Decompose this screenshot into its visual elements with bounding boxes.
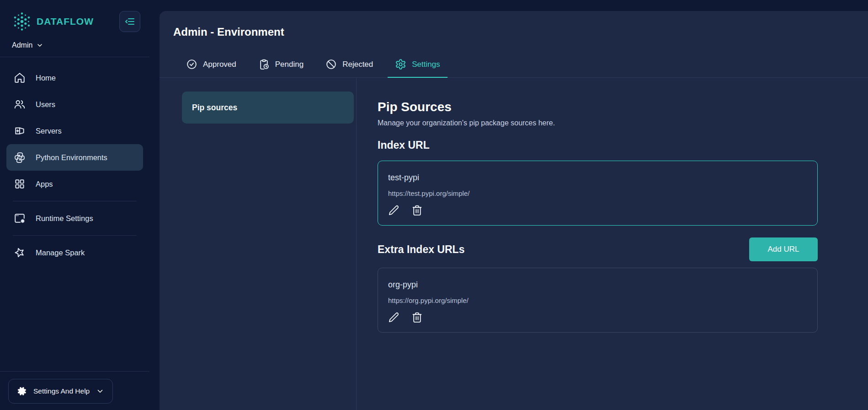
- ban-icon: [325, 59, 337, 70]
- users-icon: [14, 98, 26, 110]
- chevron-down-icon: [36, 42, 43, 49]
- sidebar-item-runtime-settings[interactable]: Runtime Settings: [6, 205, 143, 232]
- tab-pending[interactable]: Pending: [251, 52, 311, 78]
- panel-subtitle: Manage your organization's pip package s…: [378, 119, 818, 127]
- spark-star-icon: [14, 247, 26, 259]
- runtime-settings-icon: [14, 212, 26, 224]
- brand: DATAFLOW: [12, 11, 94, 32]
- nav-divider: [13, 235, 137, 236]
- delete-source-button[interactable]: [411, 312, 423, 323]
- source-url: https://test.pypi.org/simple/: [388, 189, 807, 197]
- panel-title: Pip Sources: [378, 100, 818, 114]
- menu-fold-icon: [124, 16, 135, 27]
- source-url: https://org.pypi.org/simple/: [388, 297, 807, 304]
- workspace-selector[interactable]: Admin: [12, 41, 140, 49]
- source-actions: [388, 312, 807, 323]
- tab-label: Pending: [275, 60, 304, 69]
- extra-index-heading: Extra Index URLs: [378, 243, 464, 256]
- tab-rejected[interactable]: Rejected: [318, 52, 380, 78]
- brand-name: DATAFLOW: [37, 16, 94, 27]
- gear-icon: [17, 386, 27, 396]
- sidebar-footer: Settings And Help: [0, 371, 149, 410]
- chevron-down-icon: [96, 387, 104, 395]
- sidebar-item-servers[interactable]: Servers: [6, 118, 143, 144]
- extra-url-card: org-pypi https://org.pypi.org/simple/: [378, 268, 818, 333]
- gear-icon: [395, 59, 406, 70]
- source-name: org-pypi: [388, 280, 807, 290]
- tab-label: Approved: [203, 60, 236, 69]
- settings-subnav: Pip sources: [160, 78, 357, 410]
- source-name: test-pypi: [388, 173, 807, 183]
- dataflow-logo-icon: [12, 11, 32, 32]
- settings-and-help-label: Settings And Help: [33, 387, 90, 395]
- sidebar-item-label: Servers: [36, 127, 62, 135]
- pencil-icon: [388, 312, 399, 323]
- clipboard-clock-icon: [258, 59, 270, 70]
- sidebar: DATAFLOW Admin: [0, 0, 149, 410]
- nav-divider: [13, 201, 137, 201]
- servers-icon: [14, 125, 26, 137]
- tab-label: Settings: [412, 60, 440, 69]
- page-title: Admin - Environment: [160, 11, 868, 38]
- index-url-heading: Index URL: [378, 139, 818, 151]
- extra-index-header-row: Extra Index URLs Add URL: [378, 237, 818, 261]
- subnav-item-pip-sources[interactable]: Pip sources: [182, 92, 354, 124]
- tab-settings[interactable]: Settings: [388, 52, 447, 78]
- workspace-label: Admin: [12, 41, 32, 49]
- sidebar-item-users[interactable]: Users: [6, 91, 143, 118]
- app-root: DATAFLOW Admin: [0, 0, 868, 410]
- sidebar-item-label: Apps: [36, 180, 53, 189]
- edit-source-button[interactable]: [388, 205, 399, 216]
- edit-source-button[interactable]: [388, 312, 399, 323]
- sidebar-item-label: Manage Spark: [36, 248, 85, 257]
- sidebar-item-label: Runtime Settings: [36, 214, 93, 223]
- settings-body: Pip sources Pip Sources Manage your orga…: [160, 78, 868, 410]
- sidebar-item-python-environments[interactable]: Python Environments: [6, 144, 143, 171]
- sidebar-nav: Home Users: [0, 57, 149, 266]
- sidebar-collapse-button[interactable]: [119, 11, 140, 32]
- trash-icon: [411, 312, 423, 323]
- sidebar-item-label: Home: [36, 74, 56, 82]
- sidebar-item-home[interactable]: Home: [6, 65, 143, 91]
- settings-and-help-button[interactable]: Settings And Help: [8, 379, 113, 404]
- source-actions: [388, 205, 807, 216]
- delete-source-button[interactable]: [411, 205, 423, 216]
- home-icon: [14, 72, 26, 84]
- sidebar-item-label: Python Environments: [36, 153, 107, 162]
- tab-label: Rejected: [342, 60, 373, 69]
- python-icon: [14, 151, 26, 163]
- sidebar-item-apps[interactable]: Apps: [6, 171, 143, 197]
- index-url-card: test-pypi https://test.pypi.org/simple/: [378, 161, 818, 226]
- sidebar-header: DATAFLOW Admin: [0, 0, 149, 49]
- sidebar-item-manage-spark[interactable]: Manage Spark: [6, 239, 143, 266]
- content-card: Admin - Environment Approved: [160, 11, 868, 410]
- tab-approved[interactable]: Approved: [179, 52, 244, 78]
- subnav-item-label: Pip sources: [192, 103, 237, 113]
- sidebar-item-label: Users: [36, 100, 55, 109]
- pip-sources-panel: Pip Sources Manage your organization's p…: [357, 78, 868, 410]
- tab-bar: Approved Pending: [160, 52, 868, 78]
- add-url-button[interactable]: Add URL: [749, 237, 818, 261]
- check-circle-icon: [186, 59, 197, 70]
- sidebar-footer-divider: [0, 371, 149, 372]
- pencil-icon: [388, 205, 399, 216]
- apps-grid-icon: [14, 178, 26, 190]
- trash-icon: [411, 205, 423, 216]
